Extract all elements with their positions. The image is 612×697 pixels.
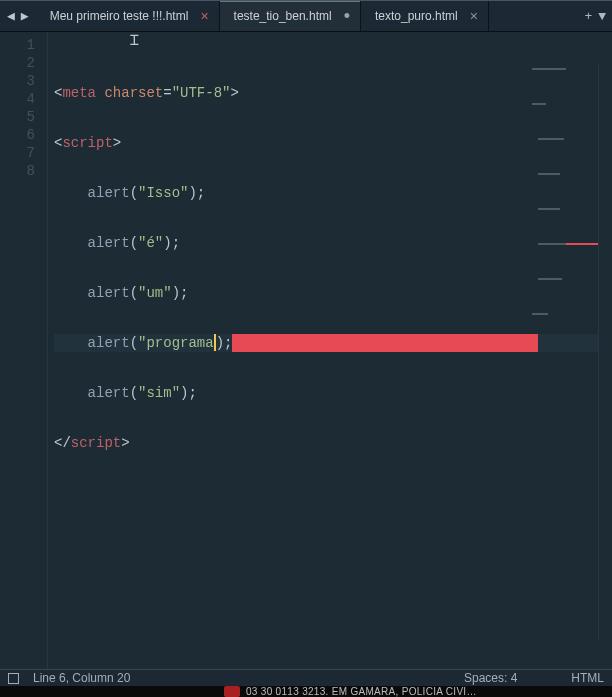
selection-highlight: [232, 334, 538, 352]
line-number: 5: [6, 108, 35, 126]
tab-1[interactable]: Meu primeiro teste !!!.html ×: [36, 1, 220, 31]
language-mode[interactable]: HTML: [571, 671, 604, 685]
line-number: 2: [6, 54, 35, 72]
tab-menu-icon[interactable]: ▼: [598, 9, 606, 24]
minimap[interactable]: [532, 36, 608, 60]
os-taskbar: 03 30 0113 3213. EM GAMARA, POLICIA CIVI…: [0, 686, 612, 697]
line-number: 1: [6, 36, 35, 54]
tab-2[interactable]: teste_tio_ben.html •: [220, 1, 361, 31]
code-line-6: alert("programa);: [54, 334, 606, 352]
code-line-2: <script>: [54, 134, 606, 152]
code-line-5: alert("um");: [54, 284, 606, 302]
status-bar: Line 6, Column 20 Spaces: 4 HTML: [0, 669, 612, 686]
close-icon[interactable]: ×: [470, 8, 478, 24]
tab-1-label: Meu primeiro teste !!!.html: [50, 9, 189, 23]
tab-2-label: teste_tio_ben.html: [234, 9, 332, 23]
taskbar-text: 03 30 0113 3213. EM GAMARA, POLICIA CIVI…: [246, 686, 477, 697]
code-content[interactable]: Ꮖ <meta charset="UTF-8"> <script> alert(…: [48, 32, 612, 669]
tab-3[interactable]: texto_puro.html ×: [361, 1, 489, 31]
tab-prev-icon[interactable]: ◀: [4, 6, 18, 26]
gutter: 1 2 3 4 5 6 7 8: [0, 32, 48, 669]
line-number: 3: [6, 72, 35, 90]
new-tab-icon[interactable]: +: [584, 9, 592, 24]
tab-bar: ◀ ▶ Meu primeiro teste !!!.html × teste_…: [0, 0, 612, 32]
cursor-position[interactable]: Line 6, Column 20: [33, 671, 130, 685]
tab-controls: + ▼: [578, 1, 612, 31]
line-number: 4: [6, 90, 35, 108]
taskbar-tile: [224, 686, 240, 697]
code-line-3: alert("Isso");: [54, 184, 606, 202]
code-line-8: </script>: [54, 434, 606, 452]
code-line-7: alert("sim");: [54, 384, 606, 402]
tabs-container: Meu primeiro teste !!!.html × teste_tio_…: [36, 1, 579, 31]
panel-icon[interactable]: [8, 673, 19, 684]
scrollbar-vertical[interactable]: [598, 64, 612, 641]
code-line-4: alert("é");: [54, 234, 606, 252]
tab-next-icon[interactable]: ▶: [18, 6, 32, 26]
tab-nav: ◀ ▶: [0, 1, 36, 31]
line-number: 8: [6, 162, 35, 180]
text-cursor-icon: Ꮖ: [130, 33, 139, 49]
tab-3-label: texto_puro.html: [375, 9, 458, 23]
code-line-1: <meta charset="UTF-8">: [54, 84, 606, 102]
line-number: 6: [6, 126, 35, 144]
indent-setting[interactable]: Spaces: 4: [464, 671, 517, 685]
close-icon[interactable]: ×: [200, 8, 208, 24]
line-number: 7: [6, 144, 35, 162]
editor-area[interactable]: 1 2 3 4 5 6 7 8 Ꮖ <meta charset="UTF-8">…: [0, 32, 612, 669]
